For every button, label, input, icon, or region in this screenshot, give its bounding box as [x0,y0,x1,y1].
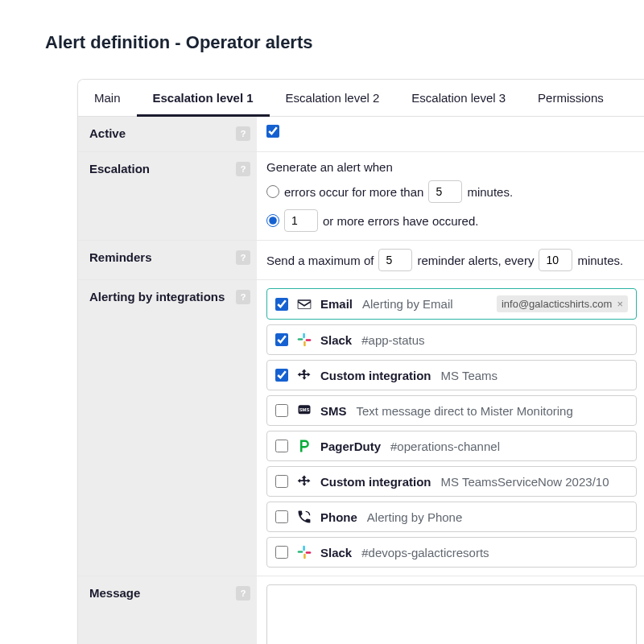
svg-rect-3 [306,339,312,341]
svg-rect-9 [306,551,312,554]
tab-main[interactable]: Main [78,80,137,116]
tab-escalation-3[interactable]: Escalation level 3 [395,80,522,116]
integration-item[interactable]: Custom integrationMS Teams [266,360,637,390]
slack-icon [296,332,312,348]
integration-item[interactable]: Slack#app-status [266,324,637,355]
chip-text: info@galacticshirts.com [502,298,612,310]
help-icon[interactable]: ? [236,290,250,304]
sms-icon: SMS [296,402,312,419]
integration-checkbox[interactable] [275,298,288,311]
row-label-active: Active ? [78,117,257,151]
reminders-max-input[interactable] [378,249,412,271]
row-label-reminders: Reminders ? [78,241,257,279]
svg-rect-6 [303,546,305,551]
slack-icon [296,544,312,560]
help-icon[interactable]: ? [236,126,250,141]
integration-name: Email [320,297,353,311]
integration-checkbox[interactable] [275,475,288,488]
escalation-count-input[interactable] [284,209,318,232]
row-label-integrations: Alerting by integrations ? [78,280,257,576]
row-integrations: Alerting by integrations ? EmailAlerting… [78,280,644,576]
integration-desc: MS TeamsServiceNow 2023/10 [441,475,609,489]
row-content-message [257,576,644,644]
row-active: Active ? [78,117,644,152]
label-active: Active [89,126,126,140]
integration-item[interactable]: Slack#devops-galacticresorts [266,537,637,568]
tabs: Main Escalation level 1 Escalation level… [78,80,644,117]
label-reminders: Reminders [89,250,152,264]
settings-panel: Main Escalation level 1 Escalation level… [77,79,644,644]
help-icon[interactable]: ? [236,250,250,265]
integration-name: Slack [320,333,352,347]
svg-rect-0 [303,333,305,339]
escalation-duration-input[interactable] [428,180,462,203]
escalation-intro: Generate an alert when [266,160,637,174]
integration-item[interactable]: PhoneAlerting by Phone [266,502,637,532]
integration-name: Phone [320,510,357,524]
integration-item[interactable]: EmailAlerting by Emailinfo@galacticshirt… [266,288,637,320]
integration-name: Slack [320,546,352,559]
integration-item[interactable]: SMSSMSText message direct to Mister Moni… [266,395,637,426]
reminders-interval-input[interactable] [539,249,572,271]
integration-checkbox[interactable] [275,546,288,559]
row-content-escalation: Generate an alert when errors occur for … [257,152,644,240]
integration-checkbox[interactable] [275,369,288,382]
help-icon[interactable]: ? [236,162,250,176]
escalation-opt1-pre: errors occur for more than [284,185,423,199]
integration-desc: MS Teams [441,369,498,382]
recipient-chip[interactable]: info@galacticshirts.com× [497,295,628,312]
tab-escalation-2[interactable]: Escalation level 2 [270,80,396,116]
svg-rect-7 [298,551,303,553]
integrations-list: EmailAlerting by Emailinfo@galacticshirt… [257,280,644,576]
escalation-opt2-post: or more errors have occured. [323,214,478,228]
pagerduty-icon [296,438,312,454]
custom-icon [296,367,312,383]
escalation-radio-count[interactable] [266,214,279,227]
row-content-reminders: Send a maximum of reminder alerts, every… [257,241,644,279]
tab-escalation-1[interactable]: Escalation level 1 [137,80,270,116]
svg-rect-1 [298,338,303,341]
integration-name: Custom integration [320,369,431,382]
svg-rect-8 [303,554,306,559]
integration-checkbox[interactable] [275,404,288,417]
close-icon[interactable]: × [617,298,623,310]
integration-name: PagerDuty [320,440,381,453]
integration-name: SMS [320,404,347,418]
row-label-message: Message ? [78,576,257,644]
integration-checkbox[interactable] [275,510,288,523]
row-reminders: Reminders ? Send a maximum of reminder a… [78,241,644,280]
custom-icon [296,473,312,489]
integration-desc: #operations-channel [390,440,500,453]
reminders-post: minutes. [577,254,623,267]
integration-desc: Alerting by Email [362,297,453,311]
escalation-opt1-post: minutes. [467,185,513,199]
row-escalation: Escalation ? Generate an alert when erro… [78,152,644,241]
reminders-pre: Send a maximum of [266,254,374,267]
integration-desc: #app-status [361,333,424,347]
integration-name: Custom integration [320,475,431,489]
tab-permissions[interactable]: Permissions [522,80,620,116]
integration-item[interactable]: PagerDuty#operations-channel [266,431,637,461]
active-checkbox[interactable] [266,125,279,138]
row-label-escalation: Escalation ? [78,152,257,240]
reminders-mid: reminder alerts, every [417,254,534,267]
row-content-active [257,117,644,151]
integration-desc: Text message direct to Mister Monitoring [357,404,573,418]
row-message: Message ? [78,576,644,644]
integration-desc: #devops-galacticresorts [361,546,489,559]
email-icon [296,296,312,312]
svg-rect-2 [303,341,306,347]
phone-icon [296,509,312,525]
integration-checkbox[interactable] [275,440,288,452]
integration-desc: Alerting by Phone [367,510,462,524]
label-escalation: Escalation [89,162,150,175]
page-title: Alert definition - Operator alerts [45,32,644,53]
label-message: Message [89,586,140,600]
svg-text:SMS: SMS [299,407,310,412]
help-icon[interactable]: ? [236,586,250,601]
escalation-radio-duration[interactable] [266,185,279,198]
integration-item[interactable]: Custom integrationMS TeamsServiceNow 202… [266,466,637,497]
message-textarea[interactable] [266,584,637,644]
label-integrations: Alerting by integrations [89,290,225,303]
integration-checkbox[interactable] [275,333,288,346]
